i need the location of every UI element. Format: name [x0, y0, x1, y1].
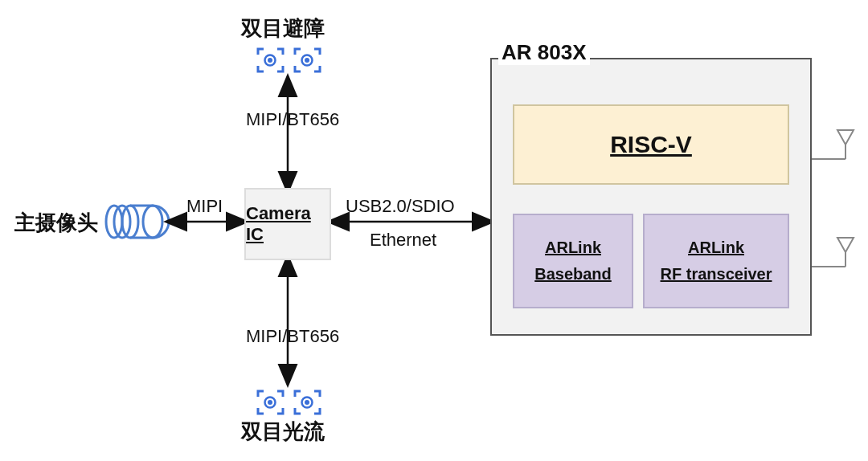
diagram-canvas: 主摄像头 双目避障 双目光流 Camera IC MIPI MIPI/BT656… [0, 0, 868, 461]
arlink-rf-l2: RF transceiver [661, 265, 772, 284]
arlink-baseband-block: ARLink Baseband [513, 214, 633, 308]
edge-label-usb-l2: Ethernet [370, 230, 436, 251]
edge-label-usb-l1: USB2.0/SDIO [346, 196, 455, 217]
camera-ic-label: Camera IC [246, 203, 330, 245]
riscv-block: RISC-V [513, 104, 789, 185]
arlink-rf-block: ARLink RF transceiver [643, 214, 789, 308]
main-camera-label: 主摄像头 [14, 209, 98, 237]
arlink-bb-l1: ARLink [545, 239, 601, 257]
stereo-avoid-label: 双目避障 [241, 14, 325, 43]
ar803x-title: AR 803X [498, 40, 590, 65]
svg-point-7 [305, 58, 309, 63]
antenna-bottom-icon [812, 238, 854, 267]
svg-point-5 [268, 58, 272, 63]
riscv-label: RISC-V [610, 131, 692, 158]
arlink-rf-l1: ARLink [688, 239, 744, 257]
edge-label-mipi-bt656-top: MIPI/BT656 [246, 109, 339, 130]
main-camera-icon [106, 206, 169, 238]
stereo-flow-label: 双目光流 [241, 418, 325, 446]
arlink-bb-l2: Baseband [534, 265, 612, 284]
antenna-top-icon [812, 130, 854, 159]
camera-ic-block: Camera IC [244, 188, 331, 260]
svg-point-9 [268, 400, 272, 405]
svg-point-11 [305, 400, 309, 405]
stereo-avoid-icon [258, 49, 320, 71]
edge-label-mipi: MIPI [186, 196, 223, 217]
svg-point-3 [143, 206, 162, 238]
stereo-flow-icon [258, 391, 320, 414]
edge-label-mipi-bt656-bot: MIPI/BT656 [246, 326, 339, 347]
